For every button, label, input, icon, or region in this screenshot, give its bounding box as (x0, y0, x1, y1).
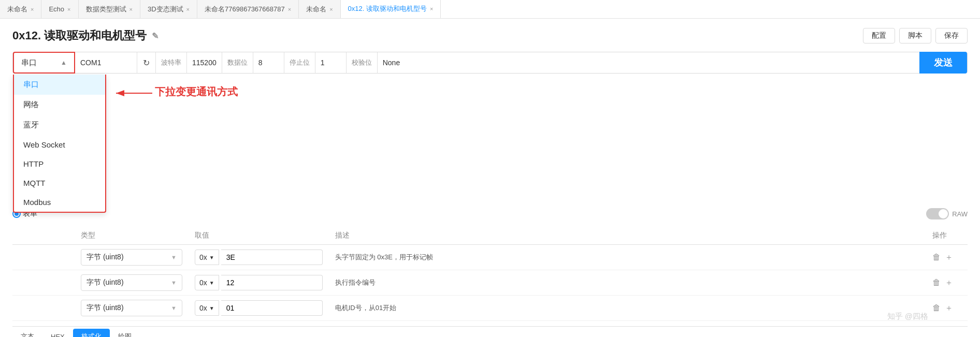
send-button[interactable]: 发送 (919, 52, 967, 74)
tab-0x12[interactable]: 0x12. 读取驱动和电机型号 × (341, 0, 441, 19)
row-ops-cell: 🗑 ＋ (926, 270, 968, 296)
action-icons: 🗑 ＋ (932, 303, 961, 314)
data-bits-value: 8 (253, 52, 284, 74)
tab-label: 0x12. 读取驱动和电机型号 (348, 4, 427, 13)
delete-icon[interactable]: 🗑 (932, 278, 941, 287)
row-ops-cell: 🗑 ＋ (926, 296, 968, 321)
col-header-desc: 描述 (329, 227, 926, 245)
tab-chart[interactable]: 绘图 (110, 329, 140, 337)
type-select[interactable]: 字节 (uint8)▼ (81, 249, 182, 266)
tab-3d[interactable]: 3D变态测试 × (140, 0, 197, 19)
dropdown-item-websocket[interactable]: Web Socket (14, 135, 105, 154)
dropdown-item-mqtt[interactable]: MQTT (14, 173, 105, 193)
add-icon[interactable]: ＋ (945, 277, 953, 288)
add-icon[interactable]: ＋ (945, 252, 953, 263)
col-header-name (12, 227, 75, 245)
raw-toggle-switch[interactable] (926, 208, 949, 219)
save-button[interactable]: 保存 (935, 28, 968, 43)
tab-close-icon[interactable]: × (288, 6, 291, 12)
action-icons: 🗑 ＋ (932, 277, 961, 288)
tab-label: 未命名 (306, 5, 326, 14)
table-row: 字节 (uint8)▼ 0x ▼ 电机ID号，从01开始 🗑 ＋ (12, 296, 968, 321)
tab-label: Echo (49, 5, 64, 13)
chevron-down-icon: ▼ (209, 305, 214, 311)
stop-bits-value: 1 (315, 52, 347, 74)
row-type-cell: 字节 (uint8)▼ (75, 245, 189, 270)
port-select[interactable]: 串口 ▲ (13, 52, 75, 74)
tab-close-icon[interactable]: × (430, 6, 433, 12)
raw-toggle[interactable]: RAW (926, 208, 968, 219)
tab-echo[interactable]: Echo × (41, 0, 78, 19)
desc-text: 头字节固定为 0x3E，用于标记帧 (335, 253, 433, 261)
dropdown-menu: 串口 网络 蓝牙 Web Socket HTTP MQTT Modbus (13, 75, 106, 213)
row-value-cell: 0x ▼ (189, 270, 329, 296)
tab-text[interactable]: 文本 (12, 329, 42, 337)
mode-row: 表单 RAW (12, 208, 968, 219)
row-desc-cell: 头字节固定为 0x3E，用于标记帧 (329, 245, 926, 270)
dropdown-item-serial[interactable]: 串口 (14, 75, 105, 95)
col-header-type: 类型 (75, 227, 189, 245)
refresh-button[interactable]: ↻ (137, 52, 156, 74)
tab-close-icon[interactable]: × (31, 6, 34, 12)
row-name-cell (12, 270, 75, 296)
action-icons: 🗑 ＋ (932, 252, 961, 263)
row-desc-cell: 执行指令编号 (329, 270, 926, 296)
config-button[interactable]: 配置 (863, 28, 895, 43)
chevron-down-icon: ▼ (171, 254, 177, 260)
row-type-cell: 字节 (uint8)▼ (75, 270, 189, 296)
parity-label: 校验位 (347, 52, 378, 74)
table-row: 字节 (uint8)▼ 0x ▼ 头字节固定为 0x3E，用于标记帧 🗑 ＋ (12, 245, 968, 270)
baud-rate-label: 波特率 (156, 52, 187, 74)
dropdown-item-modbus[interactable]: Modbus (14, 193, 105, 212)
chevron-up-icon: ▲ (61, 59, 67, 66)
tab-close-icon[interactable]: × (329, 6, 333, 12)
type-select[interactable]: 字节 (uint8)▼ (81, 274, 182, 291)
tab-formatted[interactable]: 格式化 (73, 329, 110, 337)
value-field: 0x ▼ (195, 275, 323, 290)
tab-longname[interactable]: 未命名7769867367668787 × (197, 0, 299, 19)
dropdown-item-http[interactable]: HTTP (14, 154, 105, 173)
page-title: 0x12. 读取驱动和电机型号 ✎ (12, 28, 158, 43)
edit-icon[interactable]: ✎ (152, 31, 158, 41)
dropdown-item-bluetooth[interactable]: 蓝牙 (14, 115, 105, 135)
col-header-ops: 操作 (926, 227, 968, 245)
chevron-down-icon: ▼ (171, 280, 177, 286)
value-field: 0x ▼ (195, 250, 323, 265)
tab-label: 未命名 (7, 5, 27, 14)
tab-unnamed[interactable]: 未命名 × (0, 0, 41, 19)
type-select[interactable]: 字节 (uint8)▼ (81, 300, 182, 316)
chevron-down-icon: ▼ (209, 255, 214, 260)
raw-label: RAW (952, 210, 968, 218)
row-name-cell (12, 296, 75, 321)
row-value-cell: 0x ▼ (189, 296, 329, 321)
tab-label: 3D变态测试 (148, 5, 183, 14)
com-port-value: COM1 (80, 58, 101, 67)
hex-prefix-select[interactable]: 0x ▼ (195, 300, 219, 316)
tab-close-icon[interactable]: × (129, 6, 133, 12)
delete-icon[interactable]: 🗑 (932, 303, 941, 313)
hex-value-input[interactable] (221, 275, 323, 290)
hex-prefix-select[interactable]: 0x ▼ (195, 275, 219, 290)
delete-icon[interactable]: 🗑 (932, 253, 941, 262)
port-select-wrapper: 串口 ▲ 串口 网络 蓝牙 Web Socket HTTP MQTT Modbu… (13, 52, 75, 74)
script-button[interactable]: 脚本 (899, 28, 931, 43)
baud-rate-value: 115200 (187, 52, 222, 74)
port-bar: 串口 ▲ 串口 网络 蓝牙 Web Socket HTTP MQTT Modbu… (12, 52, 968, 74)
hex-value-input[interactable] (221, 250, 323, 265)
col-header-value: 取值 (189, 227, 329, 245)
row-value-cell: 0x ▼ (189, 245, 329, 270)
add-icon[interactable]: ＋ (945, 303, 953, 314)
tab-hex[interactable]: HEX (42, 330, 73, 338)
hex-value-input[interactable] (221, 300, 323, 316)
page-title-row: 0x12. 读取驱动和电机型号 ✎ 配置 脚本 保存 (12, 28, 968, 43)
tab-close-icon[interactable]: × (186, 6, 190, 12)
tab-close-icon[interactable]: × (67, 6, 70, 12)
hex-prefix-select[interactable]: 0x ▼ (195, 250, 219, 265)
tab-unnamed2[interactable]: 未命名 × (299, 0, 340, 19)
annotation-text: 下拉变更通讯方式 (155, 85, 238, 99)
tab-datatype[interactable]: 数据类型测试 × (79, 0, 140, 19)
dropdown-item-network[interactable]: 网络 (14, 95, 105, 115)
row-type-cell: 字节 (uint8)▼ (75, 296, 189, 321)
com-port-field: COM1 (75, 52, 137, 74)
value-field: 0x ▼ (195, 300, 323, 316)
